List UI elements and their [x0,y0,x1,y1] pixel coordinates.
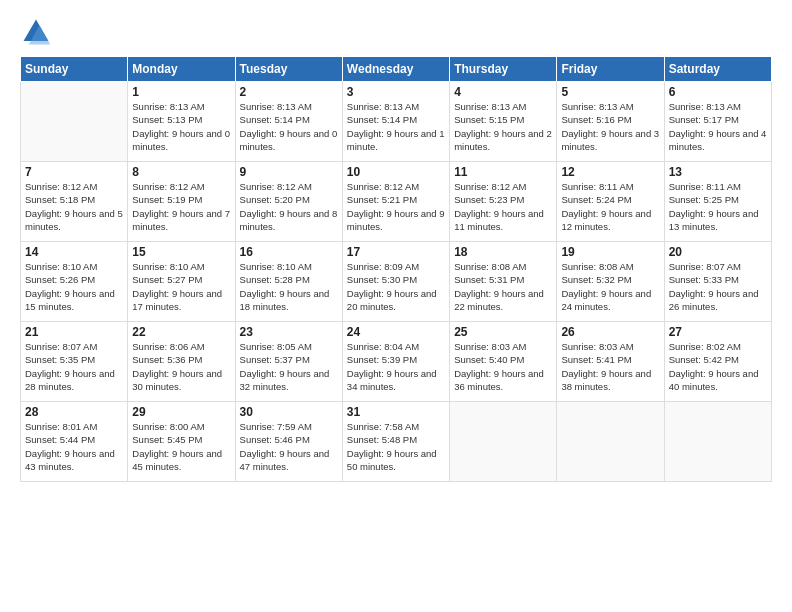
calendar-cell: 2Sunrise: 8:13 AMSunset: 5:14 PMDaylight… [235,82,342,162]
header [20,16,772,48]
day-number: 9 [240,165,338,179]
day-number: 23 [240,325,338,339]
day-header-monday: Monday [128,57,235,82]
calendar-cell: 5Sunrise: 8:13 AMSunset: 5:16 PMDaylight… [557,82,664,162]
day-info: Sunrise: 8:13 AMSunset: 5:17 PMDaylight:… [669,100,767,153]
day-number: 11 [454,165,552,179]
day-number: 21 [25,325,123,339]
calendar-cell: 29Sunrise: 8:00 AMSunset: 5:45 PMDayligh… [128,402,235,482]
day-number: 3 [347,85,445,99]
day-info: Sunrise: 8:12 AMSunset: 5:23 PMDaylight:… [454,180,552,233]
day-info: Sunrise: 8:03 AMSunset: 5:41 PMDaylight:… [561,340,659,393]
day-header-saturday: Saturday [664,57,771,82]
day-info: Sunrise: 8:13 AMSunset: 5:16 PMDaylight:… [561,100,659,153]
day-info: Sunrise: 8:01 AMSunset: 5:44 PMDaylight:… [25,420,123,473]
calendar-cell: 9Sunrise: 8:12 AMSunset: 5:20 PMDaylight… [235,162,342,242]
calendar-cell [557,402,664,482]
week-row-1: 1Sunrise: 8:13 AMSunset: 5:13 PMDaylight… [21,82,772,162]
day-number: 13 [669,165,767,179]
calendar-cell: 10Sunrise: 8:12 AMSunset: 5:21 PMDayligh… [342,162,449,242]
calendar-cell: 17Sunrise: 8:09 AMSunset: 5:30 PMDayligh… [342,242,449,322]
day-number: 24 [347,325,445,339]
day-info: Sunrise: 8:13 AMSunset: 5:13 PMDaylight:… [132,100,230,153]
logo [20,16,56,48]
calendar-cell: 23Sunrise: 8:05 AMSunset: 5:37 PMDayligh… [235,322,342,402]
calendar-cell: 20Sunrise: 8:07 AMSunset: 5:33 PMDayligh… [664,242,771,322]
day-number: 25 [454,325,552,339]
day-number: 5 [561,85,659,99]
day-number: 27 [669,325,767,339]
day-number: 19 [561,245,659,259]
calendar-page: SundayMondayTuesdayWednesdayThursdayFrid… [0,0,792,612]
day-header-sunday: Sunday [21,57,128,82]
week-row-2: 7Sunrise: 8:12 AMSunset: 5:18 PMDaylight… [21,162,772,242]
day-info: Sunrise: 8:00 AMSunset: 5:45 PMDaylight:… [132,420,230,473]
calendar-cell [664,402,771,482]
day-number: 10 [347,165,445,179]
week-row-5: 28Sunrise: 8:01 AMSunset: 5:44 PMDayligh… [21,402,772,482]
calendar-cell [450,402,557,482]
day-info: Sunrise: 8:11 AMSunset: 5:25 PMDaylight:… [669,180,767,233]
day-info: Sunrise: 8:07 AMSunset: 5:35 PMDaylight:… [25,340,123,393]
calendar-cell: 12Sunrise: 8:11 AMSunset: 5:24 PMDayligh… [557,162,664,242]
day-info: Sunrise: 8:12 AMSunset: 5:20 PMDaylight:… [240,180,338,233]
week-row-3: 14Sunrise: 8:10 AMSunset: 5:26 PMDayligh… [21,242,772,322]
day-number: 15 [132,245,230,259]
day-info: Sunrise: 8:10 AMSunset: 5:28 PMDaylight:… [240,260,338,313]
day-number: 20 [669,245,767,259]
day-info: Sunrise: 8:09 AMSunset: 5:30 PMDaylight:… [347,260,445,313]
calendar-cell: 28Sunrise: 8:01 AMSunset: 5:44 PMDayligh… [21,402,128,482]
day-number: 12 [561,165,659,179]
calendar-cell: 3Sunrise: 8:13 AMSunset: 5:14 PMDaylight… [342,82,449,162]
calendar-cell: 8Sunrise: 8:12 AMSunset: 5:19 PMDaylight… [128,162,235,242]
day-info: Sunrise: 8:07 AMSunset: 5:33 PMDaylight:… [669,260,767,313]
day-info: Sunrise: 8:03 AMSunset: 5:40 PMDaylight:… [454,340,552,393]
day-info: Sunrise: 8:11 AMSunset: 5:24 PMDaylight:… [561,180,659,233]
day-number: 1 [132,85,230,99]
calendar-cell: 19Sunrise: 8:08 AMSunset: 5:32 PMDayligh… [557,242,664,322]
day-header-tuesday: Tuesday [235,57,342,82]
day-number: 26 [561,325,659,339]
calendar-cell: 30Sunrise: 7:59 AMSunset: 5:46 PMDayligh… [235,402,342,482]
day-number: 30 [240,405,338,419]
day-header-thursday: Thursday [450,57,557,82]
day-number: 31 [347,405,445,419]
day-number: 6 [669,85,767,99]
day-number: 7 [25,165,123,179]
calendar-cell: 15Sunrise: 8:10 AMSunset: 5:27 PMDayligh… [128,242,235,322]
calendar-cell: 18Sunrise: 8:08 AMSunset: 5:31 PMDayligh… [450,242,557,322]
day-number: 14 [25,245,123,259]
day-number: 4 [454,85,552,99]
day-info: Sunrise: 7:58 AMSunset: 5:48 PMDaylight:… [347,420,445,473]
day-header-wednesday: Wednesday [342,57,449,82]
day-header-friday: Friday [557,57,664,82]
calendar-cell: 25Sunrise: 8:03 AMSunset: 5:40 PMDayligh… [450,322,557,402]
day-info: Sunrise: 8:10 AMSunset: 5:26 PMDaylight:… [25,260,123,313]
week-row-4: 21Sunrise: 8:07 AMSunset: 5:35 PMDayligh… [21,322,772,402]
day-info: Sunrise: 8:12 AMSunset: 5:19 PMDaylight:… [132,180,230,233]
days-header-row: SundayMondayTuesdayWednesdayThursdayFrid… [21,57,772,82]
day-info: Sunrise: 8:13 AMSunset: 5:15 PMDaylight:… [454,100,552,153]
day-info: Sunrise: 8:10 AMSunset: 5:27 PMDaylight:… [132,260,230,313]
calendar-cell: 21Sunrise: 8:07 AMSunset: 5:35 PMDayligh… [21,322,128,402]
day-info: Sunrise: 8:13 AMSunset: 5:14 PMDaylight:… [347,100,445,153]
day-number: 29 [132,405,230,419]
calendar-cell: 4Sunrise: 8:13 AMSunset: 5:15 PMDaylight… [450,82,557,162]
calendar-cell: 27Sunrise: 8:02 AMSunset: 5:42 PMDayligh… [664,322,771,402]
day-number: 16 [240,245,338,259]
calendar-cell: 1Sunrise: 8:13 AMSunset: 5:13 PMDaylight… [128,82,235,162]
calendar-cell: 26Sunrise: 8:03 AMSunset: 5:41 PMDayligh… [557,322,664,402]
calendar-cell: 24Sunrise: 8:04 AMSunset: 5:39 PMDayligh… [342,322,449,402]
day-number: 2 [240,85,338,99]
calendar-cell: 14Sunrise: 8:10 AMSunset: 5:26 PMDayligh… [21,242,128,322]
day-info: Sunrise: 8:12 AMSunset: 5:21 PMDaylight:… [347,180,445,233]
day-number: 28 [25,405,123,419]
calendar-cell [21,82,128,162]
calendar-cell: 16Sunrise: 8:10 AMSunset: 5:28 PMDayligh… [235,242,342,322]
day-number: 22 [132,325,230,339]
day-info: Sunrise: 8:04 AMSunset: 5:39 PMDaylight:… [347,340,445,393]
day-info: Sunrise: 8:05 AMSunset: 5:37 PMDaylight:… [240,340,338,393]
calendar-table: SundayMondayTuesdayWednesdayThursdayFrid… [20,56,772,482]
calendar-cell: 6Sunrise: 8:13 AMSunset: 5:17 PMDaylight… [664,82,771,162]
calendar-cell: 31Sunrise: 7:58 AMSunset: 5:48 PMDayligh… [342,402,449,482]
